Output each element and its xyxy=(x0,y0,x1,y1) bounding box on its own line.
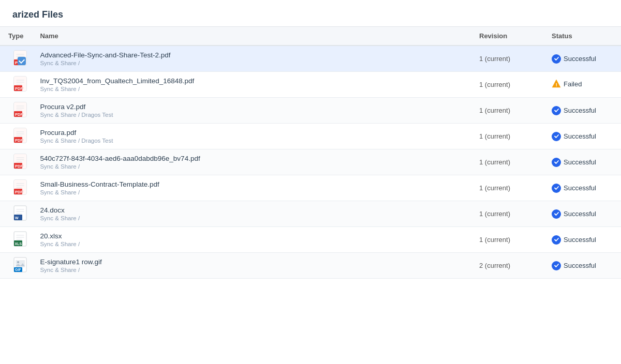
revision-value: 1 (current) xyxy=(479,184,510,192)
file-type-cell: PDF PDF xyxy=(0,124,32,149)
pdf-icon: PDF PDF xyxy=(13,179,27,196)
file-revision-cell: 2 (current) xyxy=(471,253,543,279)
file-path: Sync & Share / Dragos Test xyxy=(40,112,463,118)
docx-icon: W xyxy=(13,205,27,222)
file-type-cell: PDF PDF xyxy=(0,72,32,98)
file-revision-cell: 1 (current) xyxy=(471,227,543,253)
table-wrapper: Type Name Revision Status PDF PDF xyxy=(0,27,621,279)
file-status-cell: ! Failed xyxy=(543,72,621,98)
file-revision-cell: 1 (current) xyxy=(471,175,543,201)
file-revision-cell: 1 (current) xyxy=(471,149,543,175)
file-path: Sync & Share / xyxy=(40,189,463,195)
status-label: Successful xyxy=(564,132,596,140)
xlsx-icon: XLS xyxy=(13,231,27,248)
success-badge xyxy=(552,261,561,270)
file-path: Sync & Share / xyxy=(40,60,463,66)
svg-text:W: W xyxy=(15,216,19,220)
col-header-name: Name xyxy=(32,27,471,46)
file-name-cell: 540c727f-843f-4034-aed6-aaa0dabdb96e_bv7… xyxy=(32,149,471,175)
success-badge xyxy=(552,158,561,167)
pdf-icon: PDF PDF xyxy=(13,102,27,119)
status-label: Successful xyxy=(564,184,596,192)
success-badge xyxy=(552,54,561,64)
file-type-cell: PDF PDF xyxy=(0,46,32,72)
file-status-cell: Successful xyxy=(543,175,621,201)
file-revision-cell: 1 (current) xyxy=(471,72,543,98)
svg-text:GIF: GIF xyxy=(15,268,21,271)
status-success: Successful xyxy=(552,54,596,64)
revision-value: 1 (current) xyxy=(479,132,510,140)
file-path: Sync & Share / xyxy=(40,267,463,273)
status-success: Successful xyxy=(552,261,596,270)
page-header: arized Files xyxy=(0,0,621,27)
col-header-revision: Revision xyxy=(471,27,543,46)
pdf-icon: PDF PDF xyxy=(13,76,27,93)
table-row[interactable]: PDF PDF Advanced-File-Sync-and-Share-Tes… xyxy=(0,46,621,72)
file-type-cell: GIF xyxy=(0,253,32,279)
file-name: 20.xlsx xyxy=(40,232,463,240)
page-title: arized Files xyxy=(12,9,63,20)
table-row[interactable]: W 24.docx Sync & Share / 1 (current) Suc… xyxy=(0,201,621,227)
status-success: Successful xyxy=(552,235,596,245)
failed-badge: ! xyxy=(552,79,561,88)
file-name-cell: 20.xlsx Sync & Share / xyxy=(32,227,471,253)
file-status-cell: Successful xyxy=(543,201,621,227)
svg-text:PDF: PDF xyxy=(15,86,23,91)
revision-value: 1 (current) xyxy=(479,158,510,166)
status-success: Successful xyxy=(552,184,596,193)
table-row[interactable]: PDF PDF Small-Business-Contract-Template… xyxy=(0,175,621,201)
file-path: Sync & Share / Dragos Test xyxy=(40,138,463,144)
file-type-cell: PDF PDF xyxy=(0,175,32,201)
pdf-icon: PDF PDF xyxy=(13,50,27,67)
file-name: Small-Business-Contract-Template.pdf xyxy=(40,180,463,188)
status-success: Successful xyxy=(552,209,596,219)
file-type-cell: XLS xyxy=(0,227,32,253)
file-name: Inv_TQS2004_from_Qualtech_Limited_16848.… xyxy=(40,77,463,85)
page-container: arized Files Type Name Revision Status P… xyxy=(0,0,621,364)
gif-icon: GIF xyxy=(13,257,27,274)
col-header-type: Type xyxy=(0,27,32,46)
pdf-icon: PDF PDF xyxy=(13,154,27,171)
file-name-cell: Advanced-File-Sync-and-Share-Test-2.pdf … xyxy=(32,46,471,72)
file-name-cell: Inv_TQS2004_from_Qualtech_Limited_16848.… xyxy=(32,72,471,98)
table-row[interactable]: GIF E-signature1 row.gif Sync & Share / … xyxy=(0,253,621,279)
svg-text:PDF: PDF xyxy=(15,112,23,117)
file-name: Procura.pdf xyxy=(40,129,463,136)
file-revision-cell: 1 (current) xyxy=(471,201,543,227)
col-header-status: Status xyxy=(543,27,621,46)
table-body: PDF PDF Advanced-File-Sync-and-Share-Tes… xyxy=(0,46,621,279)
status-success: Successful xyxy=(552,158,596,167)
status-label: Successful xyxy=(564,210,596,218)
file-type-cell: PDF PDF xyxy=(0,98,32,124)
svg-text:PDF: PDF xyxy=(15,190,23,194)
success-badge xyxy=(552,132,561,141)
table-row[interactable]: PDF PDF Procura.pdf Sync & Share / Drago… xyxy=(0,124,621,149)
file-name-cell: Procura v2.pdf Sync & Share / Dragos Tes… xyxy=(32,98,471,124)
svg-point-39 xyxy=(17,261,19,263)
revision-value: 1 (current) xyxy=(479,107,510,114)
success-badge xyxy=(552,235,561,245)
status-label: Successful xyxy=(564,236,596,244)
revision-value: 1 (current) xyxy=(479,81,510,88)
status-label: Successful xyxy=(564,262,596,269)
revision-value: 1 (current) xyxy=(479,55,510,63)
file-status-cell: Successful xyxy=(543,124,621,149)
files-table: Type Name Revision Status PDF PDF xyxy=(0,27,621,279)
status-success: Successful xyxy=(552,132,596,141)
table-row[interactable]: PDF PDF Inv_TQS2004_from_Qualtech_Limite… xyxy=(0,72,621,98)
table-row[interactable]: XLS 20.xlsx Sync & Share / 1 (current) S… xyxy=(0,227,621,253)
file-status-cell: Successful xyxy=(543,149,621,175)
file-path: Sync & Share / xyxy=(40,86,463,92)
file-revision-cell: 1 (current) xyxy=(471,124,543,149)
pdf-icon: PDF PDF xyxy=(13,128,27,145)
table-row[interactable]: PDF PDF Procura v2.pdf Sync & Share / Dr… xyxy=(0,98,621,124)
file-name: 540c727f-843f-4034-aed6-aaa0dabdb96e_bv7… xyxy=(40,155,463,162)
revision-value: 1 (current) xyxy=(479,236,510,244)
file-path: Sync & Share / xyxy=(40,241,463,247)
table-header: Type Name Revision Status xyxy=(0,27,621,46)
svg-text:PDF: PDF xyxy=(15,164,23,169)
svg-text:PDF: PDF xyxy=(15,138,23,143)
file-name: 24.docx xyxy=(40,206,463,214)
file-status-cell: Successful xyxy=(543,46,621,72)
table-row[interactable]: PDF PDF 540c727f-843f-4034-aed6-aaa0dabd… xyxy=(0,149,621,175)
